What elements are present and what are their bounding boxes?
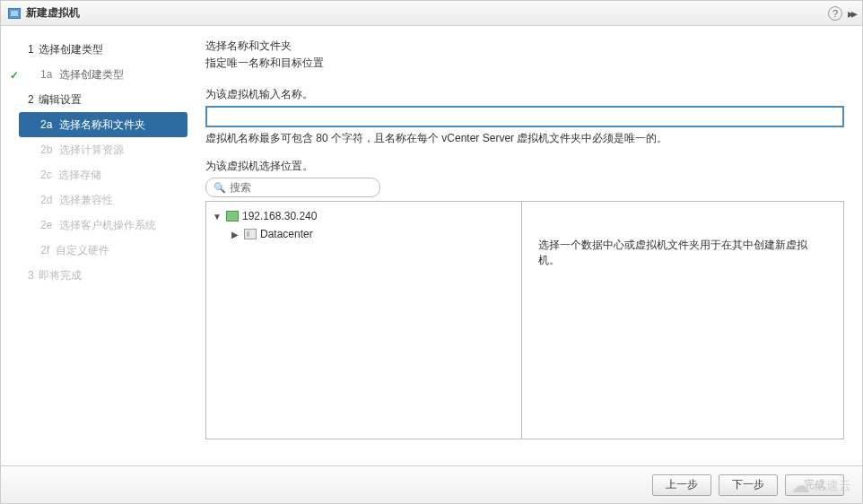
- name-hint: 虚拟机名称最多可包含 80 个字符，且名称在每个 vCenter Server …: [205, 131, 844, 146]
- wizard-sidebar: 1选择创建类型 ✓1a 选择创建类型 2编辑设置 2a 选择名称和文件夹 2b …: [1, 26, 193, 503]
- page-title: 选择名称和文件夹: [205, 39, 844, 54]
- tree-datacenter-label: Datacenter: [260, 228, 313, 240]
- step-1a[interactable]: ✓1a 选择创建类型: [1, 62, 193, 87]
- step-2[interactable]: 2编辑设置: [1, 87, 193, 112]
- datacenter-icon: [244, 229, 257, 239]
- location-tree[interactable]: ▼ 192.168.30.240 ▶ Datacenter: [206, 202, 522, 439]
- location-label: 为该虚拟机选择位置。: [205, 159, 844, 174]
- wizard-footer: 上一步 下一步 完成: [1, 465, 862, 503]
- location-panel: ▼ 192.168.30.240 ▶ Datacenter 选择一个数据中心或虚…: [205, 201, 844, 439]
- step-2e: 2e 选择客户机操作系统: [1, 213, 193, 238]
- search-icon: 🔍: [214, 182, 226, 194]
- location-description: 选择一个数据中心或虚拟机文件夹用于在其中创建新虚拟机。: [522, 202, 843, 439]
- tree-node-server[interactable]: ▼ 192.168.30.240: [212, 207, 516, 225]
- step-2b: 2b 选择计算资源: [1, 137, 193, 162]
- name-label: 为该虚拟机输入名称。: [205, 87, 844, 102]
- wizard-window: 新建虚拟机 ? ▸▸ 1选择创建类型 ✓1a 选择创建类型 2编辑设置 2a 选…: [0, 0, 863, 504]
- step-2f: 2f 自定义硬件: [1, 238, 193, 263]
- server-icon: [226, 211, 239, 222]
- watermark: ☁ 亿速云: [790, 474, 851, 498]
- collapse-icon[interactable]: ▼: [212, 212, 222, 222]
- titlebar: 新建虚拟机 ? ▸▸: [1, 1, 862, 26]
- help-icon[interactable]: ?: [828, 6, 842, 21]
- window-title: 新建虚拟机: [26, 5, 828, 21]
- location-search[interactable]: 🔍: [205, 178, 380, 197]
- wizard-content: 选择名称和文件夹 指定唯一名称和目标位置 为该虚拟机输入名称。 虚拟机名称最多可…: [193, 26, 862, 503]
- step-1[interactable]: 1选择创建类型: [1, 37, 193, 62]
- search-input[interactable]: [230, 181, 374, 194]
- vm-icon: [8, 8, 21, 19]
- tree-server-label: 192.168.30.240: [242, 210, 317, 222]
- step-2d: 2d 选择兼容性: [1, 187, 193, 213]
- step-3: 3即将完成: [1, 263, 193, 288]
- next-button[interactable]: 下一步: [719, 474, 778, 496]
- cloud-icon: ☁: [790, 474, 810, 498]
- vm-name-input[interactable]: [205, 106, 844, 127]
- back-button[interactable]: 上一步: [652, 474, 711, 496]
- step-2c: 2c 选择存储: [1, 162, 193, 187]
- check-icon: ✓: [10, 66, 19, 84]
- expand-icon[interactable]: ▶: [230, 230, 240, 239]
- step-2a[interactable]: 2a 选择名称和文件夹: [19, 112, 187, 137]
- tree-node-datacenter[interactable]: ▶ Datacenter: [212, 225, 516, 243]
- expand-icon[interactable]: ▸▸: [848, 6, 855, 21]
- page-subtitle: 指定唯一名称和目标位置: [205, 56, 844, 71]
